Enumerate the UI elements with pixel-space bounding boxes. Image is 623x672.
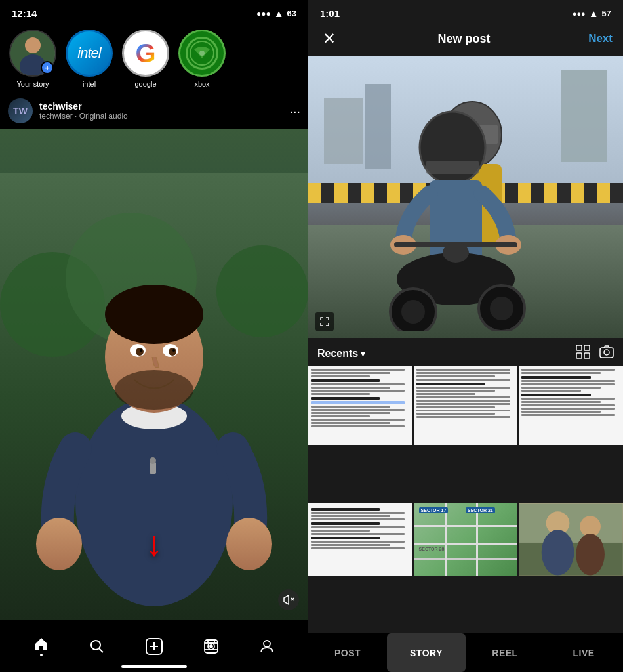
home-indicator-bar <box>121 665 187 668</box>
recents-title-row[interactable]: Recents ▾ <box>317 348 365 360</box>
stories-row: + Your story intel intel G google <box>0 23 308 93</box>
xbox-story-label: xbox <box>194 80 209 88</box>
your-story-label: Your story <box>16 80 49 88</box>
svg-point-22 <box>226 518 272 570</box>
photo-cell-map[interactable]: SECTOR 17 SECTOR 21 SECTOR 28 <box>414 503 518 576</box>
svg-point-7 <box>216 245 308 337</box>
svg-rect-58 <box>576 353 582 358</box>
story-item-xbox[interactable]: xbox <box>178 30 226 88</box>
xbox-story-avatar[interactable] <box>178 30 226 77</box>
svg-point-19 <box>172 349 175 352</box>
svg-point-4 <box>199 51 205 56</box>
nav-search-button[interactable] <box>80 633 114 660</box>
new-post-title: New post <box>438 32 491 46</box>
left-panel: 12:14 ●●● ▲ 63 + Your story <box>0 0 308 672</box>
right-status-right: ●●● ▲ 57 <box>573 8 611 19</box>
photo-cell-2[interactable] <box>414 366 518 445</box>
nav-home-button[interactable] <box>24 631 58 662</box>
intel-story-label: intel <box>83 80 96 88</box>
right-panel: 1:01 ●●● ▲ 57 ✕ New post Next <box>308 0 623 672</box>
story-item-your[interactable]: + Your story <box>9 30 56 88</box>
expand-icon[interactable] <box>315 312 334 331</box>
nav-profile-button[interactable] <box>250 633 284 660</box>
recents-title: Recents <box>317 348 358 360</box>
svg-point-16 <box>136 348 144 356</box>
post-more-button[interactable]: ··· <box>289 104 300 119</box>
left-wifi-icon: ▲ <box>274 8 284 19</box>
left-status-bar: 12:14 ●●● ▲ 63 <box>0 0 308 23</box>
left-time: 12:14 <box>12 8 37 19</box>
google-story-avatar[interactable]: G <box>122 30 169 77</box>
photo-cell-3[interactable] <box>519 366 623 445</box>
video-area: ↓ <box>0 129 308 620</box>
tab-reel[interactable]: REEL <box>466 633 544 672</box>
riders-svg <box>361 82 571 331</box>
svg-point-39 <box>264 640 270 647</box>
left-signal-icon: ●●● <box>256 9 271 18</box>
xbox-logo <box>186 37 218 70</box>
svg-point-24 <box>150 457 156 464</box>
nav-reels-button[interactable] <box>194 633 228 660</box>
your-story-avatar[interactable]: + <box>9 30 56 77</box>
post-info: techwiser techwiser · Original audio <box>39 101 289 121</box>
right-signal-icon: ●●● <box>573 10 586 18</box>
photo-cell-people[interactable] <box>519 503 623 576</box>
svg-rect-56 <box>576 345 582 350</box>
svg-point-54 <box>490 297 513 320</box>
recents-section: Recents ▾ <box>308 338 623 633</box>
svg-point-52 <box>401 300 425 324</box>
intel-logo: intel <box>77 45 100 62</box>
google-logo: G <box>135 39 155 68</box>
recents-header: Recents ▾ <box>308 338 623 366</box>
recents-chevron-icon: ▾ <box>361 348 365 359</box>
post-subtitle: techwiser · Original audio <box>39 112 289 121</box>
tab-post[interactable]: POST <box>308 633 387 672</box>
svg-rect-59 <box>584 353 590 358</box>
svg-point-20 <box>115 370 193 410</box>
svg-point-34 <box>210 645 212 648</box>
mute-button[interactable] <box>278 589 299 610</box>
photo-cell-4[interactable] <box>308 503 412 576</box>
svg-point-27 <box>91 640 100 650</box>
arrow-overlay: ↓ <box>146 526 163 560</box>
svg-point-21 <box>36 518 82 570</box>
tab-live[interactable]: LIVE <box>544 633 623 672</box>
left-battery: 63 <box>287 9 296 18</box>
photo-cell-1[interactable] <box>308 366 412 445</box>
story-item-intel[interactable]: intel intel <box>66 30 113 88</box>
next-button[interactable]: Next <box>588 32 613 45</box>
intel-story-avatar[interactable]: intel <box>66 30 113 77</box>
building-1 <box>324 98 363 164</box>
post-avatar: TW <box>8 98 33 123</box>
post-header: TW techwiser techwiser · Original audio … <box>0 93 308 129</box>
svg-rect-44 <box>426 161 479 174</box>
svg-point-13 <box>105 285 203 344</box>
svg-rect-57 <box>584 345 590 350</box>
svg-point-65 <box>542 530 574 575</box>
post-username: techwiser <box>39 101 289 112</box>
photo-grid: SECTOR 17 SECTOR 21 SECTOR 28 <box>308 366 623 633</box>
nav-add-button[interactable] <box>136 632 172 661</box>
close-button[interactable]: ✕ <box>319 28 340 49</box>
recents-icons <box>576 345 614 362</box>
camera-button[interactable] <box>599 345 614 362</box>
google-story-label: google <box>134 80 156 88</box>
svg-point-55 <box>443 243 469 262</box>
left-status-right: ●●● ▲ 63 <box>256 8 296 19</box>
story-item-google[interactable]: G google <box>122 30 169 88</box>
selected-photo-area <box>308 56 623 338</box>
right-wifi-icon: ▲ <box>589 8 599 19</box>
bottom-nav <box>0 620 308 672</box>
right-time: 1:01 <box>320 8 340 19</box>
right-battery: 57 <box>602 9 611 18</box>
bottom-tabs: POST STORY REEL LIVE <box>308 633 623 672</box>
new-post-header: ✕ New post Next <box>308 23 623 56</box>
right-status-bar: 1:01 ●●● ▲ 57 <box>308 0 623 23</box>
tab-story[interactable]: STORY <box>387 633 466 672</box>
svg-point-17 <box>169 348 176 356</box>
add-story-badge[interactable]: + <box>41 61 54 74</box>
svg-point-18 <box>140 349 142 352</box>
svg-point-67 <box>576 534 605 575</box>
grid-view-button[interactable] <box>576 345 590 362</box>
svg-line-28 <box>99 648 103 652</box>
